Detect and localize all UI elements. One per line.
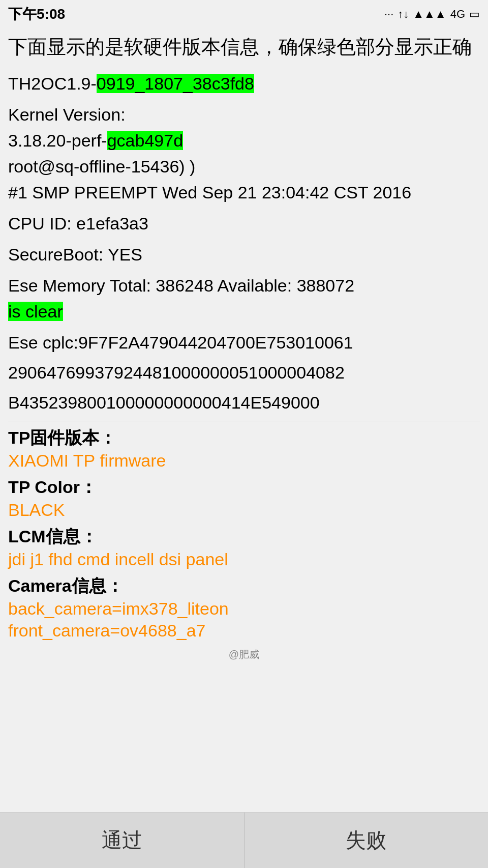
network-type-label: 4G — [450, 8, 465, 21]
ese-cplc-line2: 29064769937924481000000051000004082 — [8, 360, 480, 386]
divider1 — [8, 421, 480, 421]
tp-firmware-label: TP固件版本： — [8, 426, 480, 450]
build-version-prefix: TH2OC1.9- — [8, 74, 97, 93]
bottom-bar: 通过 失败 — [0, 812, 488, 868]
signal-bars-icon: ▲▲▲ — [413, 8, 446, 21]
kernel-line1-prefix: 3.18.20-perf- — [8, 131, 107, 150]
lcm-info-label: LCM信息： — [8, 525, 480, 548]
lcm-info-block: LCM信息： jdi j1 fhd cmd incell dsi panel — [8, 525, 480, 569]
tp-firmware-block: TP固件版本： XIAOMI TP firmware — [8, 426, 480, 471]
fail-button[interactable]: 失败 — [245, 813, 489, 868]
status-time: 下午5:08 — [8, 5, 65, 24]
kernel-line1: 3.18.20-perf-gcab497d — [8, 128, 480, 154]
ese-cplc-line3: B435239800100000000000414E549000 — [8, 390, 480, 416]
ese-cplc-line1: Ese cplc:9F7F2A479044204700E753010061 — [8, 330, 480, 356]
ese-is-clear-line: is clear — [8, 299, 480, 325]
pass-button[interactable]: 通过 — [0, 813, 245, 868]
lcm-info-value: jdi j1 fhd cmd incell dsi panel — [8, 549, 480, 569]
tp-color-block: TP Color： BLACK — [8, 476, 480, 520]
cpu-id-line: CPU ID: e1efa3a3 — [8, 211, 480, 237]
ese-cplc-block: Ese cplc:9F7F2A479044204700E753010061 29… — [8, 330, 480, 416]
kernel-line3: #1 SMP PREEMPT Wed Sep 21 23:04:42 CST 2… — [8, 180, 480, 206]
build-version-block: TH2OC1.9-0919_1807_38c3fd8 — [8, 71, 480, 97]
build-version-highlighted: 0919_1807_38c3fd8 — [97, 74, 254, 93]
tp-color-value: BLACK — [8, 500, 480, 520]
camera-info-block: Camera信息： back_camera=imx378_liteon fron… — [8, 574, 480, 641]
watermark: @肥威 — [8, 646, 480, 664]
tp-firmware-value: XIAOMI TP firmware — [8, 451, 480, 471]
header-block: 下面显示的是软硬件版本信息，确保绿色部分显示正确 — [8, 34, 480, 61]
camera-info-value2: front_camera=ov4688_a7 — [8, 621, 480, 641]
tp-color-label: TP Color： — [8, 476, 480, 499]
kernel-line2: root@sq-offline-15436) ) — [8, 154, 480, 180]
kernel-line1-highlighted: gcab497d — [107, 131, 183, 150]
secure-boot-block: SecureBoot: YES — [8, 242, 480, 268]
signal-arrows-icon: ↑↓ — [398, 8, 409, 21]
camera-info-value1: back_camera=imx378_liteon — [8, 599, 480, 619]
status-icons: ··· ↑↓ ▲▲▲ 4G ▭ — [384, 8, 480, 21]
camera-info-label: Camera信息： — [8, 574, 480, 598]
status-bar: 下午5:08 ··· ↑↓ ▲▲▲ 4G ▭ — [0, 0, 488, 28]
ese-is-clear: is clear — [8, 302, 63, 321]
build-version-line: TH2OC1.9-0919_1807_38c3fd8 — [8, 71, 480, 97]
header-text: 下面显示的是软硬件版本信息，确保绿色部分显示正确 — [8, 34, 480, 61]
ese-memory-line: Ese Memory Total: 386248 Available: 3880… — [8, 273, 480, 299]
cpu-id-block: CPU ID: e1efa3a3 — [8, 211, 480, 237]
main-content: 下面显示的是软硬件版本信息，确保绿色部分显示正确 TH2OC1.9-0919_1… — [0, 28, 488, 726]
kernel-label: Kernel Version: — [8, 102, 480, 128]
battery-icon: ▭ — [469, 8, 480, 21]
secure-boot-line: SecureBoot: YES — [8, 242, 480, 268]
signal-dots-icon: ··· — [384, 8, 393, 21]
kernel-block: Kernel Version: 3.18.20-perf-gcab497d ro… — [8, 102, 480, 206]
ese-memory-block: Ese Memory Total: 386248 Available: 3880… — [8, 273, 480, 325]
